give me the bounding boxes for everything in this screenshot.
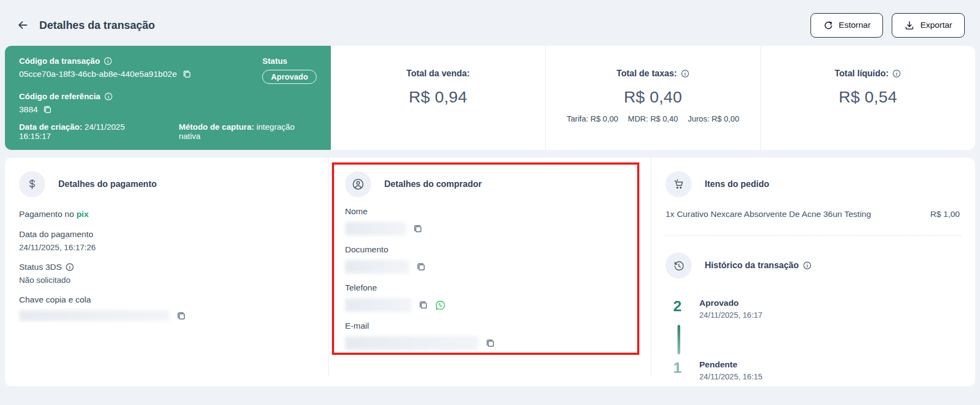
payment-date-label: Data do pagamento xyxy=(19,229,314,239)
dashed-divider xyxy=(666,235,961,236)
capture-method: Método de captura: integração nativa xyxy=(179,122,317,141)
total-fees-section: Total de taxas: R$ 0,40 Tarifa: R$ 0,00 … xyxy=(545,46,760,150)
fee-mdr: MDR: R$ 0,40 xyxy=(628,114,678,123)
redacted-name xyxy=(345,222,406,235)
reference-code-value: 3884 xyxy=(19,105,38,114)
copy-icon xyxy=(485,338,495,348)
refund-button-label: Estornar xyxy=(839,20,871,30)
timeline-status: Pendente xyxy=(699,360,763,370)
copy-icon xyxy=(418,300,428,310)
refund-button[interactable]: Estornar xyxy=(810,13,884,38)
total-net-section: Total líquido: R$ 0,54 xyxy=(760,46,975,150)
total-fees-value: R$ 0,40 xyxy=(624,88,682,106)
timeline-date: 24/11/2025, 16:17 xyxy=(699,311,763,319)
order-section: Itens do pedido 1x Curativo Nexcare Abso… xyxy=(651,158,975,386)
buyer-name-field: Nome xyxy=(345,207,635,235)
copy-email-button[interactable] xyxy=(485,338,495,348)
creation-date-label: Data de criação: xyxy=(19,122,82,131)
total-fees-label: Total de taxas: xyxy=(616,69,677,78)
copy-transaction-code-button[interactable] xyxy=(182,69,192,79)
transaction-code-value: 05cce70a-18f3-46cb-ab8e-440e5a91b02e xyxy=(19,69,177,79)
reference-code-label: Código de referência xyxy=(19,92,100,101)
timeline-connector xyxy=(677,325,680,354)
buyer-email-field: E-mail xyxy=(345,321,635,350)
timeline-event: 1 Pendente 24/11/2025, 16:15 xyxy=(666,360,961,381)
buyer-details-title: Detalhes do comprador xyxy=(384,179,482,189)
redacted-document xyxy=(345,260,409,274)
export-button-label: Exportar xyxy=(920,20,952,30)
history-icon xyxy=(666,252,692,279)
payment-method-prefix: Pagamento no xyxy=(19,209,74,219)
buyer-phone-label: Telefone xyxy=(345,283,635,293)
copy-phone-button[interactable] xyxy=(418,300,428,310)
order-items-title: Itens do pedido xyxy=(705,179,769,189)
transaction-code-label: Código da transação xyxy=(19,56,100,65)
payment-details-title: Detalhes do pagamento xyxy=(58,179,156,189)
back-button[interactable] xyxy=(15,17,31,33)
user-icon xyxy=(345,171,371,197)
redacted-phone xyxy=(345,298,412,312)
redacted-pix-key xyxy=(19,310,170,321)
transaction-timeline: 2 Aprovado 24/11/2025, 16:17 1 Pendente … xyxy=(666,298,961,381)
copy-icon xyxy=(413,223,423,234)
info-icon[interactable] xyxy=(104,92,113,101)
fee-tarifa: Tarifa: R$ 0,00 xyxy=(567,114,618,123)
total-net-label: Total líquido: xyxy=(834,69,888,78)
copy-name-button[interactable] xyxy=(413,223,423,234)
copy-icon xyxy=(416,262,426,272)
arrow-left-icon xyxy=(16,19,29,32)
buyer-document-field: Documento xyxy=(345,245,635,274)
whatsapp-icon xyxy=(435,300,446,311)
timeline-event: 2 Aprovado 24/11/2025, 16:17 xyxy=(666,298,961,319)
threeds-status-label: Status 3DS xyxy=(19,262,62,272)
redacted-email xyxy=(345,336,479,350)
page-header: Detalhes da transação Estornar Exportar xyxy=(0,0,980,46)
total-sale-section: Total da venda: R$ 0,94 xyxy=(331,46,545,150)
total-net-value: R$ 0,54 xyxy=(839,88,897,106)
payment-date-value: 24/11/2025, 16:17:26 xyxy=(19,243,314,252)
timeline-step-number: 2 xyxy=(666,298,699,314)
info-icon[interactable] xyxy=(681,69,689,78)
info-icon[interactable] xyxy=(892,69,901,78)
whatsapp-button[interactable] xyxy=(435,300,446,311)
timeline-step-number: 1 xyxy=(666,360,699,376)
transaction-summary-card: Código da transação 05cce70a-18f3-46cb-a… xyxy=(5,46,975,150)
pix-key-label: Chave copia e cola xyxy=(19,295,314,305)
history-title: Histórico da transação xyxy=(705,261,799,270)
buyer-phone-field: Telefone xyxy=(345,283,635,312)
buyer-email-label: E-mail xyxy=(345,321,635,331)
info-icon[interactable] xyxy=(104,57,112,65)
download-icon xyxy=(904,20,915,31)
copy-document-button[interactable] xyxy=(416,262,426,272)
creation-date: Data de criação: 24/11/2025 16:15:17 xyxy=(19,122,157,141)
payment-details-section: Detalhes do pagamento Pagamento no pix D… xyxy=(5,158,329,386)
threeds-status-value: Não solicitado xyxy=(19,275,314,285)
capture-method-label: Método de captura: xyxy=(179,122,254,131)
order-item-row: 1x Curativo Nexcare Absorvente De Acne 3… xyxy=(666,209,961,219)
timeline-status: Aprovado xyxy=(699,298,763,308)
copy-pix-key-button[interactable] xyxy=(176,311,186,321)
history-section: Histórico da transação xyxy=(666,252,961,279)
refund-icon xyxy=(823,20,833,31)
timeline-date: 24/11/2025, 16:15 xyxy=(699,372,763,381)
fee-juros: Juros: R$ 0,00 xyxy=(688,114,739,123)
order-item-name: 1x Curativo Nexcare Absorvente De Acne 3… xyxy=(666,209,871,219)
transaction-id-panel: Código da transação 05cce70a-18f3-46cb-a… xyxy=(5,46,331,150)
copy-icon xyxy=(176,311,186,321)
info-icon[interactable] xyxy=(65,263,74,271)
copy-reference-code-button[interactable] xyxy=(43,105,52,114)
page-title: Detalhes da transação xyxy=(39,19,155,32)
payment-method-pix-link[interactable]: pix xyxy=(76,209,88,219)
dollar-icon xyxy=(19,171,45,197)
info-icon[interactable] xyxy=(803,261,812,270)
copy-icon xyxy=(182,69,192,79)
order-item-price: R$ 1,00 xyxy=(930,209,960,219)
total-sale-label: Total da venda: xyxy=(407,69,470,78)
buyer-details-section: Detalhes do comprador Nome Documento xyxy=(329,158,651,386)
buyer-name-label: Nome xyxy=(345,207,635,216)
status-badge: Aprovado xyxy=(262,70,317,84)
total-sale-value: R$ 0,94 xyxy=(409,88,467,106)
copy-icon xyxy=(43,105,52,114)
buyer-document-label: Documento xyxy=(345,245,635,255)
export-button[interactable]: Exportar xyxy=(892,13,965,38)
